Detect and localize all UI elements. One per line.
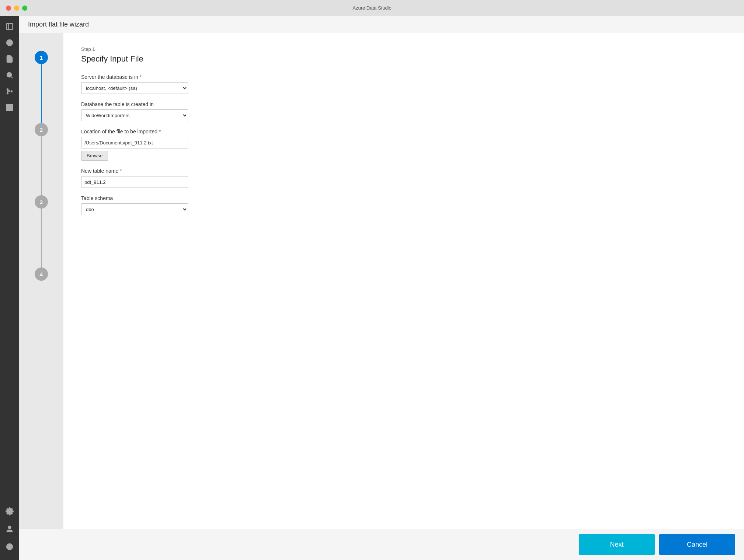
- schema-select[interactable]: dbo: [81, 203, 188, 215]
- new-table-group: New table name *: [81, 168, 726, 188]
- server-label: Server the database is in *: [81, 74, 726, 80]
- sidebar-item-explorer[interactable]: [2, 19, 17, 34]
- sidebar: [0, 16, 19, 560]
- server-select[interactable]: localhost, <default> (sa): [81, 82, 188, 94]
- sidebar-item-search[interactable]: [2, 68, 17, 83]
- window-controls: [6, 6, 27, 11]
- sidebar-item-errors[interactable]: [2, 539, 17, 554]
- new-table-required: *: [120, 168, 122, 174]
- step-2-connector: [41, 136, 42, 195]
- location-label: Location of the file to be imported *: [81, 129, 726, 134]
- footer: Next Cancel: [19, 529, 744, 560]
- svg-rect-0: [7, 24, 13, 30]
- svg-rect-8: [7, 105, 9, 107]
- schema-group: Table schema dbo: [81, 195, 726, 215]
- close-button[interactable]: [6, 6, 11, 11]
- location-group: Location of the file to be imported * Br…: [81, 129, 726, 161]
- sidebar-item-files[interactable]: [2, 52, 17, 66]
- svg-point-5: [7, 93, 8, 94]
- sidebar-item-git[interactable]: [2, 84, 17, 99]
- server-required: *: [140, 74, 142, 80]
- sidebar-item-account[interactable]: [2, 522, 17, 536]
- form-area: Step 1 Specify Input File Server the dat…: [63, 33, 744, 529]
- svg-line-4: [11, 77, 13, 78]
- step-3-circle: 3: [35, 195, 48, 209]
- new-table-label: New table name *: [81, 168, 726, 174]
- step-4: 4: [35, 267, 48, 281]
- svg-rect-11: [10, 108, 13, 111]
- svg-rect-9: [10, 105, 13, 107]
- page-title: Import flat file wizard: [28, 21, 89, 28]
- svg-point-3: [7, 73, 12, 77]
- database-group: Database the table is created in WideWor…: [81, 101, 726, 121]
- step-1-circle: 1: [35, 51, 48, 64]
- next-button[interactable]: Next: [579, 534, 655, 555]
- sidebar-bottom: [2, 504, 17, 560]
- window-title: Azure Data Studio: [352, 5, 392, 11]
- step-2-circle: 2: [35, 123, 48, 136]
- database-label: Database the table is created in: [81, 101, 726, 107]
- main-area: Import flat file wizard 1 2: [19, 16, 744, 560]
- server-group: Server the database is in * localhost, <…: [81, 74, 726, 94]
- svg-rect-10: [7, 108, 9, 111]
- stepper: 1 2 3 4: [19, 33, 63, 529]
- sidebar-item-extensions[interactable]: [2, 100, 17, 115]
- location-input[interactable]: [81, 137, 188, 148]
- step-label: Step 1: [81, 46, 726, 52]
- header: Import flat file wizard: [19, 16, 744, 33]
- title-bar: Azure Data Studio: [0, 0, 744, 16]
- step-1: 1: [35, 51, 48, 123]
- location-required: *: [159, 129, 161, 134]
- sidebar-item-settings[interactable]: [2, 504, 17, 519]
- step-4-circle: 4: [35, 267, 48, 281]
- database-select[interactable]: WideWorldImporters: [81, 109, 188, 121]
- step-title: Specify Input File: [81, 54, 726, 64]
- minimize-button[interactable]: [14, 6, 19, 11]
- app-body: Import flat file wizard 1 2: [0, 16, 744, 560]
- step-2: 2: [35, 123, 48, 195]
- sidebar-item-history[interactable]: [2, 35, 17, 50]
- step-3-connector: [41, 209, 42, 267]
- svg-point-7: [11, 91, 13, 92]
- step-3: 3: [35, 195, 48, 267]
- svg-point-13: [8, 526, 11, 529]
- step-1-connector: [41, 64, 42, 123]
- new-table-input[interactable]: [81, 176, 188, 188]
- browse-button[interactable]: Browse: [81, 151, 108, 161]
- maximize-button[interactable]: [22, 6, 27, 11]
- cancel-button[interactable]: Cancel: [659, 534, 735, 555]
- schema-label: Table schema: [81, 195, 726, 201]
- content-wrapper: 1 2 3 4: [19, 33, 744, 529]
